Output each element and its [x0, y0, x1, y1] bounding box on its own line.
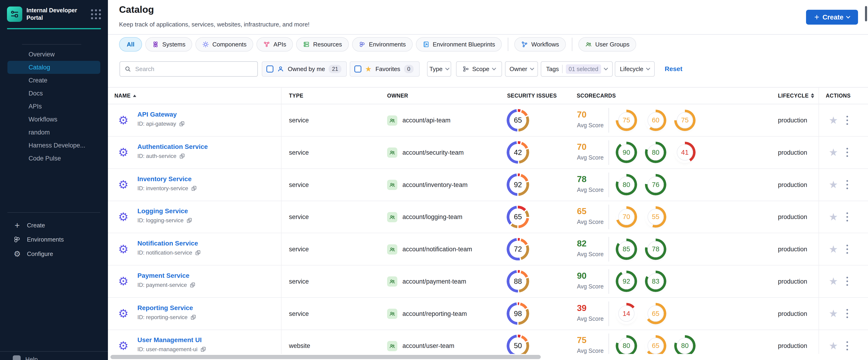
- app-logo[interactable]: [7, 6, 22, 22]
- copy-icon[interactable]: [186, 217, 192, 223]
- sidebar-item-create[interactable]: + Create: [13, 219, 45, 231]
- favorite-star-icon[interactable]: ★: [829, 276, 838, 287]
- column-header-name[interactable]: NAME: [115, 93, 136, 99]
- vertical-scrollbar[interactable]: [865, 6, 867, 21]
- apps-grid-icon[interactable]: [91, 9, 101, 19]
- scorecard-gauge: 83: [645, 271, 666, 292]
- search-box[interactable]: [120, 61, 258, 77]
- entity-name-link[interactable]: Reporting Service: [137, 304, 193, 312]
- horizontal-scrollbar[interactable]: [108, 354, 868, 360]
- avg-score-label: Avg Score: [577, 154, 603, 161]
- favorite-star-icon[interactable]: ★: [829, 308, 838, 319]
- tab-all[interactable]: All: [119, 37, 142, 52]
- tab-user-groups[interactable]: User Groups: [578, 37, 636, 52]
- lifecycle-cell: production: [778, 266, 807, 298]
- team-icon: [387, 244, 397, 254]
- sidebar-item-configure[interactable]: ⚙ Configure: [13, 248, 53, 260]
- entity-name-link[interactable]: User Management UI: [137, 336, 202, 344]
- favorite-star-icon[interactable]: ★: [829, 244, 838, 254]
- favorite-star-icon[interactable]: ★: [829, 115, 838, 125]
- sidebar-item-docs[interactable]: Docs: [7, 87, 100, 100]
- avg-score-value: 75: [577, 335, 587, 345]
- scorecard-value: 60: [645, 110, 666, 131]
- tab-workflows[interactable]: Workflows: [514, 37, 566, 52]
- tab-environments[interactable]: Environments: [352, 37, 413, 52]
- sidebar-item-create[interactable]: Create: [7, 74, 100, 87]
- tab-components[interactable]: Components: [195, 37, 253, 52]
- tab-environment-blueprints[interactable]: Environment Blueprints: [416, 37, 502, 52]
- row-menu-icon[interactable]: [845, 114, 849, 126]
- favorites-filter[interactable]: ★ Favorites 0: [350, 61, 420, 77]
- entity-name-link[interactable]: API Gateway: [137, 111, 177, 118]
- avg-score-value: 90: [577, 271, 587, 281]
- sidebar-item-workflows[interactable]: Workflows: [7, 113, 100, 126]
- entity-name-link[interactable]: Notification Service: [137, 240, 198, 247]
- row-menu-icon[interactable]: [845, 147, 849, 158]
- copy-icon[interactable]: [195, 250, 201, 256]
- copy-icon[interactable]: [200, 346, 206, 352]
- tab-apis[interactable]: APIs: [256, 37, 293, 52]
- horizontal-scrollbar-thumb[interactable]: [111, 355, 541, 359]
- copy-icon[interactable]: [191, 185, 197, 191]
- scorecard-divider: [609, 140, 609, 165]
- sidebar-item-harness-develope-[interactable]: Harness Develope...: [7, 139, 100, 152]
- lifecycle-cell: production: [778, 169, 807, 201]
- scorecard-value: 90: [616, 142, 637, 163]
- avg-score-label: Avg Score: [577, 122, 603, 129]
- scorecard-value: 41: [674, 142, 695, 163]
- tab-resources[interactable]: Resources: [296, 37, 349, 52]
- reset-filters-button[interactable]: Reset: [665, 61, 682, 77]
- favorites-checkbox[interactable]: [354, 65, 361, 72]
- type-dropdown[interactable]: Type: [427, 61, 451, 77]
- owned-by-me-checkbox[interactable]: [267, 65, 273, 72]
- scorecard-value: 75: [616, 110, 637, 131]
- sidebar-item-random[interactable]: random: [7, 126, 100, 139]
- sidebar-item-help[interactable]: Help: [13, 355, 38, 360]
- sidebar-item-environments[interactable]: Environments: [13, 233, 64, 245]
- entity-name-link[interactable]: Authentication Service: [137, 143, 208, 150]
- owner-dropdown[interactable]: Owner: [505, 61, 538, 77]
- type-cell: service: [289, 169, 309, 201]
- circuit-logo-icon: [10, 9, 19, 19]
- table-row: ⚙Notification ServiceID: notification-se…: [108, 233, 868, 266]
- copy-icon[interactable]: [190, 314, 196, 320]
- chevron-down-icon: [646, 66, 650, 70]
- entity-name-link[interactable]: Logging Service: [137, 207, 188, 215]
- sidebar-item-overview[interactable]: Overview: [7, 48, 100, 61]
- type-cell: service: [289, 266, 309, 298]
- owned-by-me-filter[interactable]: Owned by me 21: [262, 61, 347, 77]
- entity-id: ID: reporting-service: [137, 314, 196, 321]
- entity-tabs: AllSystemsComponentsAPIsResourcesEnviron…: [119, 37, 636, 52]
- row-menu-icon[interactable]: [845, 308, 849, 320]
- page-title: Catalog: [119, 4, 154, 15]
- row-menu-icon[interactable]: [845, 275, 849, 287]
- favorite-star-icon[interactable]: ★: [829, 180, 838, 190]
- favorite-star-icon[interactable]: ★: [829, 147, 838, 157]
- owner-cell: account/inventory-team: [387, 169, 468, 201]
- team-icon: [387, 212, 397, 222]
- scorecard-gauge: 41: [674, 142, 695, 163]
- sidebar-item-code-pulse[interactable]: Code Pulse: [7, 152, 100, 165]
- copy-icon[interactable]: [179, 121, 185, 127]
- entity-name-link[interactable]: Payment Service: [137, 272, 189, 279]
- tags-dropdown[interactable]: Tags 01 selected: [541, 61, 613, 77]
- favorite-star-icon[interactable]: ★: [829, 341, 838, 351]
- entity-name-link[interactable]: Inventory Service: [137, 175, 191, 183]
- sidebar-item-catalog[interactable]: Catalog: [7, 61, 100, 74]
- column-header-lifecycle[interactable]: LIFECYCLE: [778, 93, 814, 99]
- row-menu-icon[interactable]: [845, 211, 849, 223]
- search-input[interactable]: [135, 65, 253, 73]
- lifecycle-dropdown[interactable]: Lifecycle: [615, 61, 655, 77]
- copy-icon[interactable]: [179, 153, 185, 159]
- favorite-star-icon[interactable]: ★: [829, 212, 838, 222]
- create-button[interactable]: + Create: [806, 10, 858, 25]
- copy-icon[interactable]: [190, 282, 196, 288]
- owner-name: account/logging-team: [402, 213, 462, 221]
- row-menu-icon[interactable]: [845, 243, 849, 255]
- tab-systems[interactable]: Systems: [145, 37, 192, 52]
- scope-dropdown[interactable]: Scope: [456, 61, 502, 77]
- sidebar-item-apis[interactable]: APIs: [7, 100, 100, 113]
- row-menu-icon[interactable]: [845, 179, 849, 191]
- row-menu-icon[interactable]: [845, 340, 849, 352]
- sort-both-icon: [811, 93, 814, 98]
